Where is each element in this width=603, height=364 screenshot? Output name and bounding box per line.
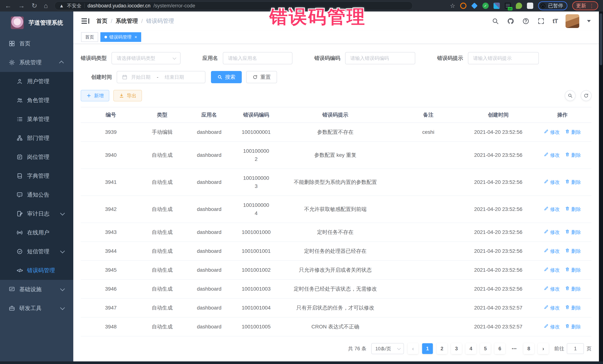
export-button[interactable]: 导出	[113, 90, 142, 101]
goto-page-input[interactable]	[567, 343, 584, 354]
back-icon[interactable]: ←	[5, 2, 12, 9]
leaf-icon[interactable]	[516, 3, 522, 9]
refresh-icon[interactable]	[581, 90, 591, 101]
delete-link[interactable]: 删除	[565, 151, 581, 159]
table-toolbar: 新增 导出	[81, 90, 591, 101]
font-size-icon[interactable]: tT	[553, 17, 558, 25]
delete-link[interactable]: 删除	[565, 323, 581, 331]
error-msg-input[interactable]: 请输入错误码提示	[468, 52, 539, 64]
tab-error-code[interactable]: 错误码管理 ×	[100, 32, 141, 42]
sidebar-item-错误码管理[interactable]: </>错误码管理	[0, 261, 73, 280]
sidebar-item-菜单管理[interactable]: 菜单管理	[0, 110, 73, 129]
reload-icon[interactable]: ↻	[32, 2, 37, 9]
cell-actions: 修改删除	[533, 196, 591, 223]
reset-button[interactable]: 重置	[246, 71, 277, 83]
page-button-2[interactable]: 2	[437, 343, 447, 354]
edit-link[interactable]: 修改	[544, 247, 560, 255]
sidebar-item-通知公告[interactable]: 通知公告	[0, 185, 73, 204]
sidebar-item-角色管理[interactable]: 角色管理	[0, 91, 73, 110]
delete-link[interactable]: 删除	[565, 205, 581, 213]
sidebar-item-系统管理[interactable]: 系统管理	[0, 53, 73, 72]
delete-link[interactable]: 删除	[565, 228, 581, 236]
error-code-input[interactable]: 请输入错误码编码	[345, 52, 415, 64]
prev-page-button[interactable]: ‹	[408, 343, 418, 354]
next-page-button[interactable]: ›	[538, 343, 549, 354]
search-toggle-icon[interactable]	[565, 90, 576, 101]
delete-link[interactable]: 删除	[565, 304, 581, 312]
breadcrumb-home[interactable]: 首页	[96, 17, 107, 25]
error-type-select[interactable]: 请选择错误码类型	[112, 52, 181, 64]
page-button-1[interactable]: 1	[422, 343, 433, 354]
page-size-select[interactable]: 10条/页	[371, 343, 404, 354]
grid-icon[interactable]	[494, 3, 500, 9]
hamburger-icon[interactable]	[81, 18, 89, 24]
forward-icon[interactable]: →	[18, 2, 25, 9]
address-bar[interactable]: ▲ 不安全 dashboard.yudao.iocoder.cn/system/…	[55, 1, 413, 10]
divider	[84, 3, 85, 8]
page-button-4[interactable]: 4	[465, 343, 476, 354]
delete-link[interactable]: 删除	[565, 247, 581, 255]
bookmark-star-icon[interactable]: ☆	[450, 2, 455, 9]
date-range-picker[interactable]: 开始日期 - 结束日期	[117, 71, 205, 83]
blue-gem-icon[interactable]	[471, 3, 477, 9]
page-button-3[interactable]: 3	[451, 343, 462, 354]
sidebar-item-岗位管理[interactable]: 岗位管理	[0, 147, 73, 166]
sidebar-item-短信管理[interactable]: 短信管理	[0, 242, 73, 261]
page-button-5[interactable]: 5	[480, 343, 491, 354]
edit-link[interactable]: 修改	[544, 205, 560, 213]
edit-link[interactable]: 修改	[544, 323, 560, 331]
tab-home[interactable]: 首页	[81, 32, 98, 42]
delete-link[interactable]: 删除	[565, 178, 581, 186]
question-icon[interactable]	[522, 17, 530, 25]
search-icon[interactable]	[492, 17, 499, 25]
sidebar-item-基础设施[interactable]: 基础设施	[0, 280, 73, 299]
edit-link[interactable]: 修改	[544, 304, 560, 312]
sidebar-item-用户管理[interactable]: 用户管理	[0, 72, 73, 91]
sidebar-item-审计日志[interactable]: 审计日志	[0, 204, 73, 223]
delete-link[interactable]: 删除	[565, 128, 581, 136]
orange-ring-icon[interactable]	[460, 3, 466, 9]
delete-link[interactable]: 删除	[565, 266, 581, 274]
edit-link[interactable]: 修改	[544, 228, 560, 236]
sidebar-item-研发工具[interactable]: 研发工具	[0, 299, 73, 318]
green-check-icon[interactable]: ✓	[482, 3, 489, 9]
page-button-8[interactable]: 8	[523, 343, 534, 354]
tags-view: 首页 错误码管理 ×	[73, 31, 599, 44]
sidebar-item-部门管理[interactable]: 部门管理	[0, 129, 73, 147]
kebab-menu-icon[interactable]: ⋮	[589, 3, 594, 9]
fullscreen-icon[interactable]	[537, 17, 545, 25]
sidebar-item-在线用户[interactable]: 在线用户	[0, 223, 73, 242]
list-on-icon[interactable]: on	[505, 3, 511, 9]
delete-link[interactable]: 删除	[565, 285, 581, 293]
edit-link[interactable]: 修改	[544, 151, 560, 159]
breadcrumb-system[interactable]: 系统管理	[116, 17, 138, 25]
cell-code: 1001000003	[235, 169, 277, 196]
app-name-input[interactable]: 请输入应用名	[223, 52, 292, 64]
sidebar-item-label: 研发工具	[19, 305, 42, 312]
menu-list-icon	[16, 116, 23, 122]
home-icon[interactable]: ⌂	[44, 2, 48, 9]
cell: 自动生成	[141, 223, 183, 242]
edit-link[interactable]: 修改	[544, 178, 560, 186]
search-button[interactable]: 搜索	[211, 71, 242, 83]
edit-link[interactable]: 修改	[544, 266, 560, 274]
edit-link[interactable]: 修改	[544, 128, 560, 136]
browser-update-button[interactable]: 更新 ⋮	[572, 1, 598, 10]
avatar[interactable]	[566, 14, 579, 28]
chevron-down-icon	[60, 249, 65, 253]
page-button-6[interactable]: 6	[494, 343, 505, 354]
more-pages-button[interactable]: •••	[509, 343, 520, 354]
scrollbar-thumb[interactable]	[600, 13, 602, 65]
edit-link[interactable]: 修改	[544, 285, 560, 293]
page-scrollbar[interactable]	[599, 11, 603, 364]
cell-actions: 修改删除	[533, 123, 591, 142]
add-button[interactable]: 新增	[81, 90, 109, 101]
caret-down-icon[interactable]	[587, 20, 591, 22]
table-corner-buttons	[565, 90, 591, 101]
sidebar-item-首页[interactable]: 首页	[0, 34, 73, 53]
browser-profile-chip[interactable]: 😲 已暂停	[538, 1, 567, 10]
tab-close-icon[interactable]: ×	[135, 34, 137, 40]
github-icon[interactable]	[507, 17, 514, 25]
puzzle-icon[interactable]	[527, 3, 533, 9]
sidebar-item-字典管理[interactable]: 字典管理	[0, 166, 73, 185]
